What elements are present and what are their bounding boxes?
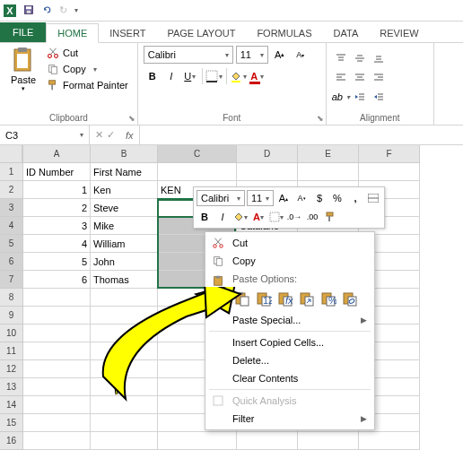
font-name-select[interactable]: Calibri▾ — [144, 46, 233, 64]
cm-clear[interactable]: Clear Contents — [205, 369, 374, 387]
tab-review[interactable]: REVIEW — [369, 24, 429, 42]
cell[interactable]: 6 — [23, 271, 91, 289]
cell[interactable] — [158, 163, 237, 181]
row-header[interactable]: 15 — [0, 414, 22, 432]
cell[interactable] — [158, 432, 237, 450]
qat-customize-icon[interactable]: ▾ — [74, 6, 78, 14]
font-color-button[interactable]: A▾ — [249, 67, 266, 85]
italic-button[interactable]: I — [162, 67, 180, 85]
orientation-icon[interactable]: ab▾ — [332, 88, 350, 106]
mini-bold-icon[interactable]: B — [197, 209, 213, 225]
row-header[interactable]: 10 — [0, 325, 22, 342]
cell[interactable] — [237, 163, 298, 181]
paste-formatting-icon[interactable]: % — [319, 289, 338, 308]
paste-button[interactable]: Paste ▾ — [5, 46, 41, 111]
col-header[interactable]: A — [23, 145, 91, 163]
cm-delete[interactable]: Delete... — [205, 351, 374, 369]
mini-size-select[interactable]: 11▾ — [247, 190, 274, 206]
formula-bar[interactable] — [139, 125, 463, 144]
tab-formulas[interactable]: FORMULAS — [246, 24, 322, 42]
align-right-icon[interactable] — [370, 68, 388, 86]
row-header[interactable]: 16 — [0, 432, 22, 450]
cell[interactable] — [91, 414, 158, 432]
cell[interactable] — [23, 378, 91, 396]
fill-color-button[interactable]: ▾ — [230, 67, 248, 85]
row-header[interactable]: 6 — [0, 253, 22, 271]
cell[interactable] — [23, 360, 91, 378]
tab-file[interactable]: FILE — [0, 22, 46, 42]
mini-inc-decimal-icon[interactable]: .0→ — [286, 209, 302, 225]
cell[interactable]: ID Number — [23, 163, 91, 181]
cm-insert-copied[interactable]: Insert Copied Cells... — [205, 333, 374, 351]
cell[interactable]: 3 — [23, 217, 91, 235]
decrease-indent-icon[interactable] — [351, 88, 369, 106]
cell[interactable] — [23, 414, 91, 432]
mini-font-select[interactable]: Calibri▾ — [197, 190, 245, 206]
cm-copy[interactable]: Copy — [205, 252, 374, 270]
cell[interactable] — [91, 432, 158, 450]
tab-home[interactable]: HOME — [46, 23, 99, 43]
cell[interactable] — [91, 342, 158, 360]
mini-shrink-font-icon[interactable]: A▾ — [293, 190, 310, 206]
cut-button[interactable]: Cut — [43, 46, 132, 60]
row-header[interactable]: 11 — [0, 342, 22, 360]
tab-insert[interactable]: INSERT — [99, 24, 156, 42]
col-header[interactable]: D — [237, 145, 298, 163]
cell[interactable] — [91, 307, 158, 325]
cell[interactable] — [91, 360, 158, 378]
font-size-select[interactable]: 11▾ — [236, 46, 268, 64]
name-box[interactable]: C3▾ — [0, 125, 90, 144]
align-top-icon[interactable] — [332, 49, 350, 67]
cell[interactable] — [23, 396, 91, 414]
row-header[interactable]: 14 — [0, 396, 22, 414]
mini-comma-icon[interactable]: , — [347, 190, 363, 206]
cell[interactable] — [23, 307, 91, 325]
row-header[interactable]: 1 — [0, 163, 22, 181]
cell[interactable] — [91, 289, 158, 307]
mini-grow-font-icon[interactable]: A▴ — [275, 190, 292, 206]
cell[interactable] — [23, 325, 91, 342]
align-center-icon[interactable] — [351, 68, 369, 86]
align-left-icon[interactable] — [332, 68, 350, 86]
row-header[interactable]: 5 — [0, 235, 22, 253]
bold-button[interactable]: B — [144, 67, 162, 85]
copy-button[interactable]: Copy▾ — [43, 62, 132, 76]
enter-formula-icon[interactable]: ✓ — [107, 129, 115, 141]
row-header[interactable]: 13 — [0, 378, 22, 396]
cm-cut[interactable]: Cut — [205, 234, 374, 252]
cell[interactable]: 5 — [23, 253, 91, 271]
cell[interactable]: Mike — [91, 217, 158, 235]
clipboard-launcher-icon[interactable]: ⬊ — [128, 114, 135, 123]
mini-font-color-icon[interactable]: A▾ — [250, 209, 266, 225]
cell[interactable]: 2 — [23, 199, 91, 217]
cell[interactable] — [298, 163, 359, 181]
mini-merge-icon[interactable] — [365, 190, 381, 206]
cm-paste-special[interactable]: Paste Special...▶ — [205, 311, 374, 329]
cell[interactable] — [91, 396, 158, 414]
col-header[interactable]: F — [359, 145, 420, 163]
format-painter-button[interactable]: Format Painter — [43, 78, 132, 92]
paste-formulas-icon[interactable]: fx — [275, 289, 295, 308]
mini-percent-icon[interactable]: % — [329, 190, 345, 206]
app-icon[interactable]: X — [4, 4, 16, 17]
redo-icon[interactable]: ↻ — [59, 4, 67, 16]
cell[interactable] — [23, 432, 91, 450]
paste-transpose-icon[interactable] — [297, 289, 317, 308]
mini-format-painter-icon[interactable] — [322, 209, 338, 225]
row-header[interactable]: 3 — [0, 199, 22, 217]
cell[interactable] — [91, 378, 158, 396]
save-icon[interactable] — [23, 4, 34, 17]
tab-data[interactable]: DATA — [323, 24, 370, 42]
cell[interactable]: 1 — [23, 181, 91, 199]
cell[interactable]: First Name — [91, 163, 158, 181]
mini-border-icon[interactable]: ▾ — [268, 209, 284, 225]
underline-button[interactable]: U▾ — [181, 67, 199, 85]
cell[interactable] — [298, 432, 359, 450]
paste-link-icon[interactable] — [340, 289, 360, 308]
increase-indent-icon[interactable] — [370, 88, 388, 106]
increase-font-icon[interactable]: A▴ — [271, 46, 289, 64]
font-launcher-icon[interactable]: ⬊ — [317, 114, 324, 123]
decrease-font-icon[interactable]: A▾ — [292, 46, 310, 64]
paste-values-icon[interactable]: 123 — [254, 289, 274, 308]
mini-fill-icon[interactable]: ▾ — [232, 209, 249, 225]
